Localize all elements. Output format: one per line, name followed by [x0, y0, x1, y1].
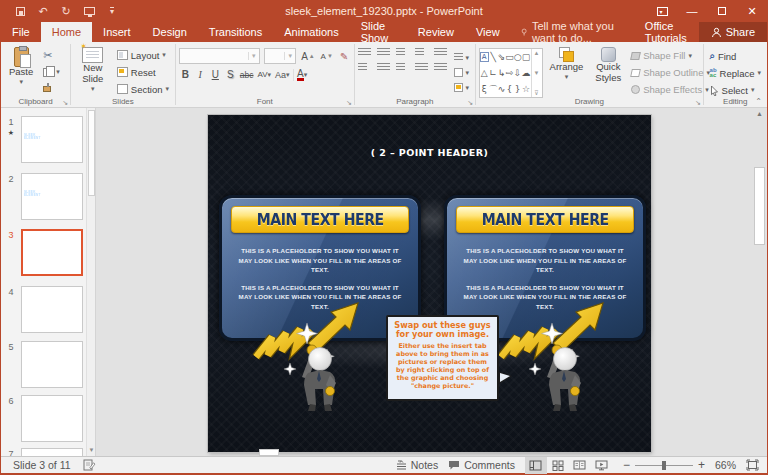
replace-button[interactable]: abacReplace▾ [707, 65, 764, 81]
cut-button[interactable]: ✂ [40, 47, 63, 63]
shape-textbox-icon[interactable]: A [480, 52, 489, 62]
text-direction-button[interactable]: ▾ [451, 51, 473, 64]
tab-insert[interactable]: Insert [92, 22, 142, 42]
tab-animations[interactable]: Animations [273, 22, 349, 42]
change-case-button[interactable]: Aa▾ [274, 67, 291, 82]
slideshow-view-button[interactable] [591, 457, 613, 474]
dialog-launcher-icon[interactable]: ↘ [62, 99, 68, 107]
dialog-launcher-icon[interactable]: ↘ [695, 99, 701, 107]
paste-button[interactable]: Paste ▾ [4, 44, 38, 97]
shape-left-brace-icon[interactable]: { [507, 84, 513, 94]
justify-icon[interactable] [415, 63, 428, 73]
bold-button[interactable]: B [179, 67, 192, 82]
scroll-up-icon[interactable]: ▲ [753, 110, 766, 117]
numbering-icon[interactable] [377, 48, 390, 58]
panel-title-bar[interactable]: MAIN TEXT HERE [456, 206, 634, 233]
shape-scribble-icon[interactable]: ξ [482, 84, 487, 94]
tab-home[interactable]: Home [41, 22, 92, 42]
zoom-slider[interactable] [635, 465, 693, 466]
close-button[interactable]: ✕ [737, 0, 767, 22]
align-left-icon[interactable] [358, 63, 371, 73]
reset-button[interactable]: Reset [114, 64, 172, 80]
save-button[interactable] [13, 4, 27, 18]
zoom-percentage[interactable]: 66% [715, 459, 736, 471]
share-button[interactable]: Share [699, 22, 767, 42]
tab-slideshow[interactable]: Slide Show [350, 22, 407, 42]
notes-page-icon[interactable] [83, 459, 96, 471]
copy-button[interactable]: ▾ [40, 64, 63, 80]
shape-right-brace-icon[interactable]: } [515, 84, 521, 94]
section-button[interactable]: Section▾ [114, 81, 172, 97]
customize-qat-button[interactable]: ▾ [105, 4, 119, 18]
shape-arc-icon[interactable]: ⌒ [489, 83, 498, 96]
zoom-slider-thumb[interactable] [662, 461, 666, 470]
figure-with-arrow-graphic[interactable] [495, 301, 607, 413]
office-tutorials-tab[interactable]: Office Tutorials [633, 20, 699, 44]
thumbnail-slide-5[interactable]: 5 [1, 341, 95, 388]
text-shadow-button[interactable]: S [224, 67, 237, 82]
select-button[interactable]: Select▾ [707, 82, 764, 98]
align-text-button[interactable]: ▾ [451, 66, 473, 79]
editor-scrollbar[interactable]: ▲ [753, 109, 766, 455]
thumbnail-slide-3-selected[interactable]: 3 [1, 229, 95, 276]
arrange-button[interactable]: Arrange ▾ [545, 44, 589, 98]
panel-title-bar[interactable]: MAIN TEXT HERE [231, 206, 409, 233]
zoom-out-button[interactable]: − [623, 458, 630, 472]
shape-outline-button[interactable]: Shape Outline▾ [628, 65, 713, 80]
panel-body-text[interactable]: THIS IS A PLACEHOLDER TO SHOW YOU WHAT I… [461, 246, 629, 275]
new-slide-button[interactable]: New Slide ▾ [74, 44, 112, 97]
character-spacing-button[interactable]: AV▾ [257, 67, 273, 82]
shape-right-arrow-icon[interactable]: ⇨ [506, 68, 514, 78]
quick-styles-button[interactable]: Quick Styles [590, 44, 626, 98]
tell-me-box[interactable]: Tell me what you want to do... [511, 22, 633, 42]
decrease-indent-icon[interactable] [396, 48, 409, 58]
align-center-icon[interactable] [377, 63, 390, 73]
shapes-gallery[interactable]: A ╲ ⇘ ▭ ○ ▢ △ ∟ ↳ ⇨ ⇩ ☁ ξ ⌒ ∿ { } [479, 48, 543, 98]
horizontal-scrollbar-thumb[interactable] [259, 449, 279, 456]
shape-curve-icon[interactable]: ∿ [498, 84, 506, 94]
shape-oval-icon[interactable]: ○ [514, 52, 522, 62]
bullets-icon[interactable] [358, 48, 371, 58]
scrollbar-thumb[interactable] [754, 167, 765, 245]
tab-design[interactable]: Design [142, 22, 198, 42]
increase-font-button[interactable]: A▲ [300, 49, 315, 64]
dialog-launcher-icon[interactable]: ↘ [346, 99, 352, 107]
convert-smartart-button[interactable]: ▾ [451, 81, 473, 94]
shape-elbow-connector-icon[interactable]: ∟ [489, 68, 497, 78]
thumbnail-slide-4[interactable]: 4 [1, 286, 95, 333]
thumbnail-slide-7[interactable]: 7 [1, 448, 95, 456]
scroll-down-icon[interactable]: ▼ [87, 447, 96, 453]
slide-sorter-view-button[interactable] [547, 457, 569, 474]
columns-icon[interactable] [434, 63, 447, 73]
dialog-launcher-icon[interactable]: ↘ [467, 99, 473, 107]
collapse-ribbon-button[interactable]: ⌃ [755, 97, 762, 106]
tab-review[interactable]: Review [407, 22, 465, 42]
minimize-button[interactable]: — [677, 0, 707, 22]
shape-arrow-icon[interactable]: ⇘ [498, 52, 506, 62]
clear-formatting-button[interactable]: ✎ [338, 49, 351, 64]
notes-toggle-button[interactable]: Notes [396, 459, 438, 471]
shape-rectangle-icon[interactable]: ▭ [505, 52, 514, 62]
comments-toggle-button[interactable]: Comments [448, 459, 515, 471]
figure-with-arrow-graphic[interactable] [250, 301, 362, 413]
font-name-combobox[interactable]: ▾ [179, 48, 260, 64]
italic-button[interactable]: I [194, 67, 207, 82]
tab-view[interactable]: View [465, 22, 511, 42]
maximize-button[interactable] [707, 0, 737, 22]
underline-button[interactable]: U [209, 67, 222, 82]
slide-canvas[interactable]: ( 2 – POINT HEADER) MAIN TEXT HERE THIS … [208, 115, 651, 452]
increase-indent-icon[interactable] [415, 48, 428, 58]
shape-star-icon[interactable]: ☆ [522, 84, 530, 94]
fit-slide-to-window-icon[interactable] [746, 459, 759, 471]
gallery-down-icon[interactable]: ▼ [534, 70, 540, 76]
tab-transitions[interactable]: Transitions [198, 22, 273, 42]
font-color-button[interactable]: A▾ [296, 67, 309, 82]
slide-header-placeholder[interactable]: ( 2 – POINT HEADER) [208, 147, 651, 158]
strikethrough-button[interactable]: abc [239, 67, 255, 82]
decrease-font-button[interactable]: A▼ [320, 49, 334, 64]
shape-line-icon[interactable]: ╲ [490, 52, 495, 62]
layout-button[interactable]: Layout▾ [114, 47, 172, 63]
zoom-in-button[interactable]: + [698, 458, 705, 472]
reading-view-button[interactable] [569, 457, 591, 474]
normal-view-button[interactable] [525, 457, 547, 474]
